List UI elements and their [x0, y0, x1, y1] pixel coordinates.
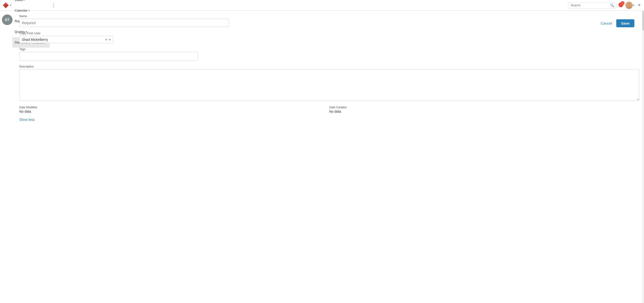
form-area: Name Cancel Save Copy From User Shad Mic… [14, 11, 644, 125]
header-actions: Cancel Save [598, 15, 634, 27]
avatar-caret-icon[interactable]: ▾ [633, 4, 634, 7]
notification-badge: 1 [620, 1, 624, 5]
copy-from-user-value: Shad Mickelberry [22, 38, 105, 42]
date-modified-label: Date Modified [19, 106, 329, 109]
user-avatar[interactable] [626, 2, 633, 9]
add-button[interactable]: + [636, 3, 642, 8]
nav-more-button[interactable]: ⋮ [50, 0, 58, 11]
name-input[interactable] [19, 19, 229, 27]
record-avatar: DT [2, 15, 12, 25]
show-less-link[interactable]: Show less [19, 118, 35, 122]
scroll-thumb[interactable] [642, 11, 644, 30]
header-row: Name Cancel Save [19, 15, 639, 27]
name-section: Name [19, 15, 598, 27]
date-created-value: No data [329, 110, 639, 113]
cancel-button[interactable]: Cancel [598, 20, 614, 27]
navbar: ▾ Accounts▾Contacts▾Opportunities▾Leads▾… [0, 0, 644, 11]
search-input[interactable] [570, 3, 609, 7]
svg-point-5 [628, 3, 630, 6]
nav-item-label: Leads [15, 0, 23, 2]
date-created-field: Date Created No data [329, 106, 639, 113]
nav-item-caret-icon: ▾ [24, 0, 25, 1]
nav-item-leads[interactable]: Leads▾ [12, 0, 50, 5]
date-modified-value: No data [19, 110, 329, 113]
copy-from-user-clear-icon[interactable]: ✕ [105, 38, 108, 42]
description-field-group: Description [19, 65, 639, 101]
logo-caret-icon[interactable]: ▾ [10, 4, 11, 7]
content-area: DT Name Cancel Save Copy From User Shad … [0, 11, 644, 125]
description-label: Description [19, 65, 639, 68]
date-created-label: Date Created [329, 106, 639, 109]
app-logo[interactable]: ▾ [2, 2, 11, 9]
scrollbar[interactable] [642, 11, 644, 125]
search-box: 🔍 [568, 2, 616, 9]
description-textarea[interactable] [19, 69, 639, 101]
copy-from-user-field[interactable]: Shad Mickelberry ✕ ▾ [19, 36, 113, 43]
tags-input[interactable] [19, 52, 198, 61]
tags-label: Tags [19, 48, 639, 51]
left-panel: DT [0, 11, 14, 125]
save-button[interactable]: Save [616, 19, 634, 27]
copy-from-user-label: Copy From User [19, 32, 639, 35]
dates-row: Date Modified No data Date Created No da… [19, 106, 639, 113]
search-icon[interactable]: 🔍 [610, 3, 614, 7]
date-modified-field: Date Modified No data [19, 106, 329, 113]
tags-field-group: Tags [19, 48, 639, 61]
copy-from-user-caret-icon[interactable]: ▾ [109, 38, 111, 41]
name-label: Name [19, 15, 598, 18]
notification-button[interactable]: 1 [618, 2, 624, 8]
copy-from-user-field-group: Copy From User Shad Mickelberry ✕ ▾ [19, 32, 639, 43]
